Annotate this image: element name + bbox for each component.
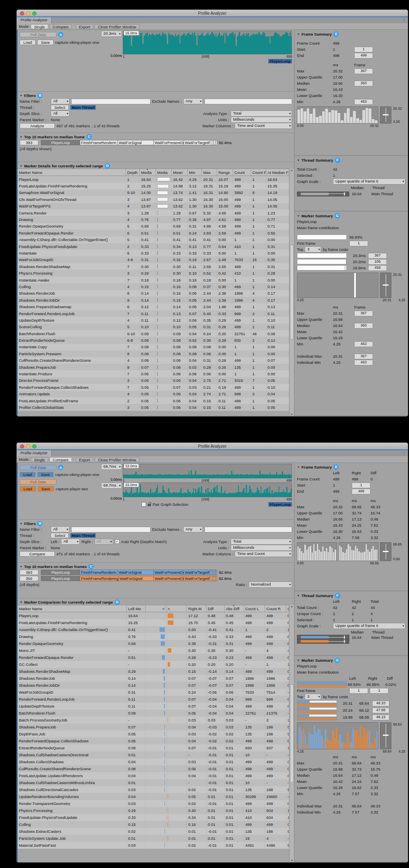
depth-left-dropdown[interactable]: All xyxy=(61,539,80,545)
comparison-title[interactable]: Marker Comparison for currently selected… xyxy=(24,600,113,604)
units-dropdown[interactable]: Milliseconds xyxy=(231,545,292,551)
analyze-button[interactable]: Analyze xyxy=(20,123,55,129)
auto-right-checkbox[interactable]: ✓ xyxy=(115,539,119,544)
frame-jump-button[interactable]: 463 xyxy=(354,341,373,347)
table-row[interactable]: Culling0.15 0.160.01 0.01499 4990 xyxy=(18,821,289,828)
filters-title[interactable]: Filters xyxy=(24,93,36,98)
table-row[interactable]: PlayerLoop16.64 17.120.48 0.48499 4990 xyxy=(18,612,289,619)
top10-segment[interactable]: WaitForTargetFPS xyxy=(184,140,210,145)
graph-scale-dropdown[interactable]: Upper quartile of frame ti xyxy=(333,623,405,629)
table-row[interactable]: Shadows.RenderShadowMap0.29 0.15-0.14 0.… xyxy=(18,668,289,675)
table-row[interactable]: Shadows.PrepareShadowmap6 0.12 0.140.06 … xyxy=(18,303,289,310)
median-frame-button[interactable]: 383 xyxy=(20,140,38,145)
table-row[interactable]: Semaphore.WaitForSignal5-10 14.00 13.741… xyxy=(18,189,289,196)
table-row[interactable]: Camera.Render3 1.28 1.290.67 5.324.65 49… xyxy=(18,210,289,216)
end-frame-button[interactable]: 499 xyxy=(352,489,371,494)
top10-left-bar[interactable]: 383 PlayerLoop FinishFrameRenderin WaitF… xyxy=(20,569,292,575)
table-row[interactable]: PostLateUpdate.FinishFrameRendering15.25… xyxy=(18,619,289,626)
table-row[interactable]: RenderForwardOpaque.CollectShadows0.05 0… xyxy=(18,737,289,744)
minimize-window-icon[interactable] xyxy=(26,11,30,16)
top10-right-bar[interactable]: 356 PlayerLoop FinishFrameRendering Wait… xyxy=(20,575,292,582)
thread-select-button[interactable]: Select xyxy=(51,105,69,110)
frame-jump-button[interactable]: 383 xyxy=(354,81,373,86)
table-row[interactable]: UpdateRendererBoundingVolumes0.04 0.050.… xyxy=(18,793,289,800)
top10-segment[interactable]: FinishFrameRenderin xyxy=(80,570,118,575)
mode-single-button[interactable]: Single xyxy=(31,457,48,462)
export-button[interactable]: Export xyxy=(76,457,93,462)
frame-jump-button[interactable]: 463 xyxy=(354,360,373,365)
table-row[interactable]: BatchRenderer.Flush6-10 0.09 0.090.04 0.… xyxy=(18,330,289,337)
top10-title[interactable]: Top 10 markers on median frames xyxy=(24,564,87,569)
table-row[interactable]: Instantiate6 0.33 0.330.33 0.330.00 11 0… xyxy=(18,250,289,256)
selected-marker-tag[interactable]: PlayerLoop xyxy=(268,502,292,507)
marker-histogram-compare[interactable] xyxy=(297,722,378,749)
thread-select-button[interactable]: Select xyxy=(51,533,69,538)
name-filter-input[interactable] xyxy=(71,527,151,532)
median-frame-right-button[interactable]: 356 xyxy=(20,576,38,581)
kebab-menu-icon[interactable]: ⋮ xyxy=(402,18,406,22)
table-row[interactable]: RenderForward.RenderLoopJob7 0.11 0.130.… xyxy=(18,310,289,317)
top10-segment[interactable]: PlayerLoop xyxy=(41,570,80,575)
table-row[interactable]: Assembly-CSharp.dll!::Collectable.OnTrig… xyxy=(18,237,289,243)
pull-data-left-button[interactable]: Pull Data xyxy=(20,465,56,470)
top10-segment[interactable]: FinishFrameRendering xyxy=(80,576,119,581)
tab-profile-analyzer[interactable]: Profile Analyzer xyxy=(17,17,52,23)
table-row[interactable]: Profiler.CollectGlobalStats3 0.05 0.060.… xyxy=(18,404,289,410)
exclude-mode-dropdown[interactable]: Any xyxy=(183,98,203,104)
table-row[interactable]: Instantiate.Produce7 0.06 0.060.06 0.060… xyxy=(18,370,289,377)
selected-marker-tag[interactable]: PlayerLoop xyxy=(268,59,292,63)
table-row[interactable]: CullResults.CreateSharedRendererScene4 0… xyxy=(18,357,289,364)
name-filter-input[interactable] xyxy=(71,99,151,104)
table-row[interactable]: Shadows.RenderShadowMap7 0.30 0.300.11 2… xyxy=(18,263,289,270)
table-row[interactable]: ExtractRenderNodeQueue0.08 0.07-0.01 0.0… xyxy=(18,744,289,751)
first-frame-button[interactable]: 1 xyxy=(349,241,368,246)
close-window-icon[interactable] xyxy=(20,444,24,449)
table-row[interactable]: Render.OpaqueGeometry0.68 0.38-0.31 0.31… xyxy=(18,640,289,647)
frame-histogram-left[interactable] xyxy=(297,542,337,561)
top10-marker-bar[interactable]: 383 PlayerLoop FinishFrameRenderin WaitF… xyxy=(20,140,292,146)
details-header[interactable]: Marker NameDepth MediaMedia MeanMin MaxR… xyxy=(18,169,289,176)
top10-segment[interactable]: WaitForSignal xyxy=(118,570,154,575)
comparison-scrollbar[interactable]: ▲▼ xyxy=(289,605,294,862)
details-scrollbar[interactable]: ▲▼ xyxy=(289,169,294,416)
table-row[interactable]: CullResults.CreateSharedRendererScene0.0… xyxy=(18,765,289,772)
mode-compare-button[interactable]: Compare xyxy=(49,457,72,462)
analysis-type-dropdown[interactable]: Total xyxy=(231,110,292,117)
tab-profile-analyzer[interactable]: Profile Analyzer xyxy=(17,450,52,456)
mode-compare-button[interactable]: Compare xyxy=(49,24,72,29)
top10-segment[interactable]: PlayerLoop xyxy=(41,576,80,581)
table-row[interactable]: Shadows.RenderJob0.14 0.07-0.07 0.071996… xyxy=(18,675,289,682)
frame-summary-title[interactable]: Frame Summary xyxy=(301,465,332,469)
marker-columns-dropdown[interactable]: Time and Count xyxy=(235,551,292,557)
table-row[interactable]: SceneCulling5 0.10 0.100.05 0.310.26 499… xyxy=(18,324,289,330)
comparison-header[interactable]: Marker NameLeft Me <> Right MDiff Abs Di… xyxy=(18,605,289,612)
median-frame-left-button[interactable]: 383 xyxy=(20,570,38,575)
top-n-dropdown[interactable]: 3 xyxy=(305,694,321,700)
top10-segment[interactable]: FinishFrameRenderin xyxy=(80,140,118,145)
table-row[interactable]: Instantiate.Awake7 0.18 0.180.18 0.180.0… xyxy=(18,277,289,283)
marker-summary-title[interactable]: Marker Summary xyxy=(301,214,333,218)
table-row[interactable]: Assembly-CSharp.dll!::Collectable.OnTrig… xyxy=(18,626,289,633)
frame-summary-title[interactable]: Frame Summary xyxy=(301,32,332,36)
exclude-names-input[interactable] xyxy=(204,99,292,104)
name-filter-mode-dropdown[interactable]: All xyxy=(51,526,70,532)
frame-jump-button[interactable]: 463 xyxy=(354,99,373,105)
frame-jump-button[interactable]: 105 xyxy=(368,259,387,265)
mode-single-button[interactable]: Single xyxy=(31,24,48,29)
graph-scale-dropdown[interactable]: Upper quartile of frame ti xyxy=(333,178,405,185)
minimize-window-icon[interactable] xyxy=(26,444,30,449)
filters-title[interactable]: Filters xyxy=(24,521,36,526)
top10-segment[interactable]: WaitForSignal xyxy=(118,140,154,145)
kebab-menu-icon[interactable]: ⋮ xyxy=(402,451,406,455)
export-button[interactable]: Export xyxy=(76,24,93,29)
units-dropdown[interactable]: Milliseconds xyxy=(231,117,292,123)
zoom-window-icon[interactable] xyxy=(32,444,36,449)
marker-columns-dropdown[interactable]: Time and Count xyxy=(235,123,292,129)
table-row[interactable]: ParticleSystem.Update.Job0.01 0.010.01 0… xyxy=(18,835,289,842)
table-row[interactable]: ExtractRenderNodeQueue6-8 0.08 0.080.02 … xyxy=(18,337,289,343)
close-profiler-button[interactable]: Close Profiler Window xyxy=(94,457,139,462)
titlebar[interactable]: Profile Analyzer xyxy=(17,10,408,16)
table-row[interactable]: BatchRenderer.Flush0.09 0.05-0.04 0.0422… xyxy=(18,710,289,717)
exclude-names-input[interactable] xyxy=(204,527,292,532)
table-row[interactable]: PostLateUpdate.FinishFrameRendering2 15.… xyxy=(18,183,289,189)
